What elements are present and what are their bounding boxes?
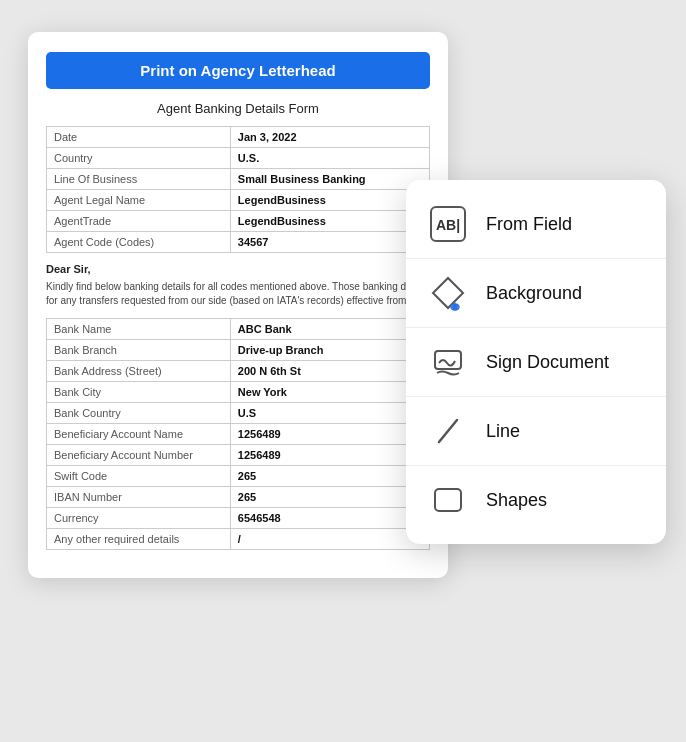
row-label: Currency (47, 508, 231, 529)
row-label: Bank Country (47, 403, 231, 424)
row-label: Agent Code (Codes) (47, 232, 231, 253)
row-value: 265 (230, 466, 429, 487)
from-field-label: From Field (486, 214, 572, 235)
menu-card: AB| From Field Background (406, 180, 666, 544)
menu-item-sign-document[interactable]: Sign Document (406, 328, 666, 396)
table-row: Bank NameABC Bank (47, 319, 430, 340)
sign-icon (428, 342, 468, 382)
svg-rect-5 (435, 351, 461, 369)
table-row: Beneficiary Account Name1256489 (47, 424, 430, 445)
row-value: New York (230, 382, 429, 403)
row-label: Beneficiary Account Number (47, 445, 231, 466)
document-card: Print on Agency Letterhead Agent Banking… (28, 32, 448, 578)
ab-icon: AB| (428, 204, 468, 244)
line-icon (428, 411, 468, 451)
svg-rect-7 (435, 489, 461, 511)
svg-line-6 (439, 420, 457, 442)
background-label: Background (486, 283, 582, 304)
table-row: Agent Legal NameLegendBusiness (47, 190, 430, 211)
menu-item-background[interactable]: Background (406, 259, 666, 327)
table-row: AgentTradeLegendBusiness (47, 211, 430, 232)
row-label: AgentTrade (47, 211, 231, 232)
sign-document-label: Sign Document (486, 352, 609, 373)
svg-text:AB|: AB| (436, 217, 460, 233)
table-row: Agent Code (Codes)34567 (47, 232, 430, 253)
table-row: Bank CityNew York (47, 382, 430, 403)
dear-text: Dear Sir, (46, 263, 430, 275)
menu-item-shapes[interactable]: Shapes (406, 466, 666, 534)
svg-marker-2 (433, 278, 463, 308)
section1-table: DateJan 3, 2022CountryU.S.Line Of Busine… (46, 126, 430, 253)
row-value: 265 (230, 487, 429, 508)
table-row: DateJan 3, 2022 (47, 127, 430, 148)
row-value: 200 N 6th St (230, 361, 429, 382)
row-label: Date (47, 127, 231, 148)
row-value: LegendBusiness (230, 211, 429, 232)
form-title: Agent Banking Details Form (46, 101, 430, 116)
row-value: Small Business Banking (230, 169, 429, 190)
row-value: LegendBusiness (230, 190, 429, 211)
menu-item-from-field[interactable]: AB| From Field (406, 190, 666, 258)
row-value: 34567 (230, 232, 429, 253)
table-row: IBAN Number265 (47, 487, 430, 508)
row-value: 6546548 (230, 508, 429, 529)
shapes-icon (428, 480, 468, 520)
body-text: Kindly find below banking details for al… (46, 280, 430, 308)
table-row: Bank CountryU.S (47, 403, 430, 424)
menu-item-line[interactable]: Line (406, 397, 666, 465)
table-row: Bank Address (Street)200 N 6th St (47, 361, 430, 382)
table-row: Beneficiary Account Number1256489 (47, 445, 430, 466)
row-value: U.S (230, 403, 429, 424)
row-label: Any other required details (47, 529, 231, 550)
row-value: ABC Bank (230, 319, 429, 340)
row-value: / (230, 529, 429, 550)
table-row: Line Of BusinessSmall Business Banking (47, 169, 430, 190)
section2-table: Bank NameABC BankBank BranchDrive-up Bra… (46, 318, 430, 550)
row-label: Bank City (47, 382, 231, 403)
row-value: Drive-up Branch (230, 340, 429, 361)
background-icon (428, 273, 468, 313)
row-label: Beneficiary Account Name (47, 424, 231, 445)
svg-point-4 (452, 304, 458, 310)
row-value: Jan 3, 2022 (230, 127, 429, 148)
row-label: Line Of Business (47, 169, 231, 190)
table-row: CountryU.S. (47, 148, 430, 169)
table-row: Currency6546548 (47, 508, 430, 529)
scene: Print on Agency Letterhead Agent Banking… (0, 0, 686, 742)
row-label: Country (47, 148, 231, 169)
table-row: Swift Code265 (47, 466, 430, 487)
row-label: Swift Code (47, 466, 231, 487)
table-row: Bank BranchDrive-up Branch (47, 340, 430, 361)
line-label: Line (486, 421, 520, 442)
shapes-label: Shapes (486, 490, 547, 511)
row-value: 1256489 (230, 424, 429, 445)
row-label: Agent Legal Name (47, 190, 231, 211)
print-button[interactable]: Print on Agency Letterhead (46, 52, 430, 89)
row-label: Bank Address (Street) (47, 361, 231, 382)
row-label: Bank Name (47, 319, 231, 340)
row-label: Bank Branch (47, 340, 231, 361)
table-row: Any other required details/ (47, 529, 430, 550)
row-value: U.S. (230, 148, 429, 169)
row-label: IBAN Number (47, 487, 231, 508)
row-value: 1256489 (230, 445, 429, 466)
